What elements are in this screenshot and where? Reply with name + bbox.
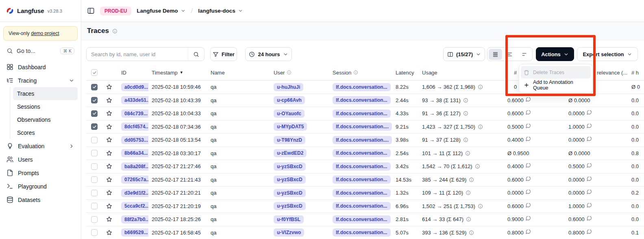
session-badge[interactable]: lf.docs.conversation... <box>333 202 391 210</box>
row-height-medium-button[interactable] <box>503 49 516 60</box>
user-badge[interactable]: u-MYpDAT5 <box>274 123 307 131</box>
session-badge[interactable]: lf.docs.conversation... <box>333 228 391 237</box>
trace-id-badge[interactable]: 084c739... <box>121 110 148 118</box>
sidebar-item-playground[interactable]: Playground <box>3 180 78 193</box>
table-row[interactable]: 07265c7a...2025-02-17 21:21:43qau-yzSBxc… <box>86 173 644 187</box>
row-checkbox[interactable] <box>91 110 98 117</box>
comment-bubble-icon[interactable] <box>587 137 592 141</box>
user-badge[interactable]: u-yzSBxcD <box>274 202 306 210</box>
user-badge[interactable]: u-zEwdED2 <box>274 149 307 157</box>
sidebar-item-observations[interactable]: Observations <box>13 113 78 126</box>
user-badge[interactable]: u-VlZzvwo <box>274 228 304 237</box>
header-latency[interactable]: Latency <box>392 70 419 76</box>
table-row[interactable]: 8dcf4574...2025-02-18 07:34:36qau-MYpDAT… <box>86 121 644 134</box>
sidebar-item-sessions[interactable]: Sessions <box>13 100 78 113</box>
menu-item-add-to-annotation-queue[interactable]: Add to Annotation Queue <box>521 79 591 91</box>
actions-button[interactable]: Actions <box>536 47 574 61</box>
row-height-compact-button[interactable] <box>489 49 502 60</box>
table-row[interactable]: ba8a208f...2025-02-17 21:27:46qau-yzSBxc… <box>86 160 644 173</box>
header-session[interactable]: Session <box>329 70 392 76</box>
user-badge[interactable]: u-yzSBxcD <box>274 175 306 184</box>
row-checkbox[interactable] <box>91 123 98 130</box>
trace-id-badge[interactable]: dd05753... <box>121 136 148 144</box>
trace-id-badge[interactable]: ba8a208f... <box>121 162 148 171</box>
table-row[interactable]: b669529...2025-02-17 16:58:45qau-VlZzvwo… <box>86 226 644 239</box>
comment-bubble-icon[interactable] <box>587 230 592 234</box>
row-checkbox[interactable] <box>91 97 98 103</box>
row-height-tall-button[interactable] <box>518 49 531 60</box>
header-id[interactable]: ID <box>118 70 148 76</box>
search-input[interactable] <box>87 51 188 57</box>
trace-id-badge[interactable]: d3e9d1f2... <box>121 189 148 197</box>
session-badge[interactable]: lf.docs.conversation... <box>333 83 391 91</box>
trace-id-badge[interactable]: 8dcf4574... <box>121 123 148 131</box>
star-icon[interactable] <box>106 229 113 236</box>
user-badge[interactable]: u-OYauofc <box>274 110 305 118</box>
session-badge[interactable]: lf.docs.conversation... <box>333 110 391 118</box>
row-checkbox[interactable] <box>91 216 98 223</box>
user-badge[interactable]: u-cp66Avh <box>274 96 305 104</box>
column-visibility-button[interactable]: (15/27) <box>443 47 485 61</box>
session-badge[interactable]: lf.docs.conversation... <box>333 149 391 157</box>
org-breadcrumb[interactable]: Langfuse Demo <box>137 8 185 14</box>
header-relevance[interactable]: relevance (... <box>596 70 628 76</box>
star-icon[interactable] <box>106 216 113 223</box>
user-badge[interactable]: u-yzSBxcD <box>274 162 306 171</box>
comment-bubble-icon[interactable] <box>587 177 592 181</box>
header-timestamp[interactable]: Timestamp ▼ <box>148 70 207 76</box>
session-badge[interactable]: lf.docs.conversation... <box>333 189 391 197</box>
goto-search-button[interactable]: Go to... ⌘ K <box>3 45 78 57</box>
sidebar-item-prompts[interactable]: Prompts <box>3 166 78 180</box>
comment-bubble-icon[interactable] <box>587 190 592 194</box>
search-submit-button[interactable] <box>188 48 204 61</box>
sidebar-item-scores[interactable]: Scores <box>13 126 78 139</box>
star-icon[interactable] <box>106 123 113 130</box>
trace-id-badge[interactable]: 8b66a34... <box>121 149 148 157</box>
row-checkbox[interactable] <box>91 137 98 143</box>
user-badge[interactable]: u-yzSBxcD <box>274 189 306 197</box>
row-checkbox[interactable] <box>91 229 98 236</box>
comment-bubble-icon[interactable] <box>526 230 531 234</box>
star-icon[interactable] <box>106 97 113 104</box>
row-checkbox[interactable] <box>91 84 98 90</box>
session-badge[interactable]: lf.docs.conversation... <box>333 175 391 184</box>
user-badge[interactable]: u-T98YnzD <box>274 136 305 144</box>
sidebar-item-evaluation[interactable]: Evaluation <box>3 139 78 153</box>
table-row[interactable]: d3e9d1f2...2025-02-17 21:20:21qau-yzSBxc… <box>86 186 644 200</box>
trace-id-badge[interactable]: 5cca9cf2... <box>121 202 148 210</box>
trace-id-badge[interactable]: 88f2a7b0... <box>121 215 148 224</box>
row-checkbox[interactable] <box>91 176 98 183</box>
user-badge[interactable]: u-huJhuJi <box>274 83 303 91</box>
select-all-checkbox[interactable] <box>91 69 98 76</box>
comment-bubble-icon[interactable] <box>587 124 592 128</box>
trace-id-badge[interactable]: b669529... <box>121 228 148 237</box>
comment-bubble-icon[interactable] <box>587 110 592 115</box>
comment-bubble-icon[interactable] <box>526 124 531 128</box>
sidebar-item-datasets[interactable]: Datasets <box>3 193 78 206</box>
sidebar-item-traces[interactable]: Traces <box>13 87 78 100</box>
table-row[interactable]: 5cca9cf2...2025-02-17 21:20:19qau-yzSBxc… <box>86 200 644 213</box>
table-row[interactable]: a433de51...2025-02-18 10:43:39qau-cp66Av… <box>86 94 644 107</box>
header-edge-clipped[interactable]: # h <box>628 70 644 76</box>
comment-bubble-icon[interactable] <box>526 177 531 181</box>
star-icon[interactable] <box>106 189 113 196</box>
sidebar-item-users[interactable]: Users <box>3 153 78 166</box>
header-name[interactable]: Name <box>207 70 270 76</box>
header-user[interactable]: User <box>270 70 329 76</box>
user-badge[interactable]: u-f0YfBSL <box>274 215 304 224</box>
trace-id-badge[interactable]: a0cd0d9... <box>121 83 148 91</box>
demo-project-link[interactable]: demo project <box>31 31 59 36</box>
filter-button[interactable]: Filter <box>210 47 237 61</box>
menu-item-delete-traces[interactable]: Delete Traces <box>521 66 591 79</box>
project-breadcrumb[interactable]: langfuse-docs <box>198 8 243 14</box>
comment-bubble-icon[interactable] <box>526 190 531 194</box>
row-checkbox[interactable] <box>91 150 98 156</box>
comment-bubble-icon[interactable] <box>526 216 531 221</box>
row-checkbox[interactable] <box>91 163 98 170</box>
star-icon[interactable] <box>106 150 113 157</box>
table-row[interactable]: dd05753...2025-02-18 05:13:54qau-T98YnzD… <box>86 134 644 147</box>
time-range-button[interactable]: 24 hours <box>245 47 292 61</box>
table-row[interactable]: 8b66a34...2025-02-18 03:30:17qau-zEwdED2… <box>86 147 644 160</box>
session-badge[interactable]: lf.docs.conversation.... <box>333 136 392 144</box>
session-badge[interactable]: lf.docs.conversation.... <box>333 123 392 131</box>
